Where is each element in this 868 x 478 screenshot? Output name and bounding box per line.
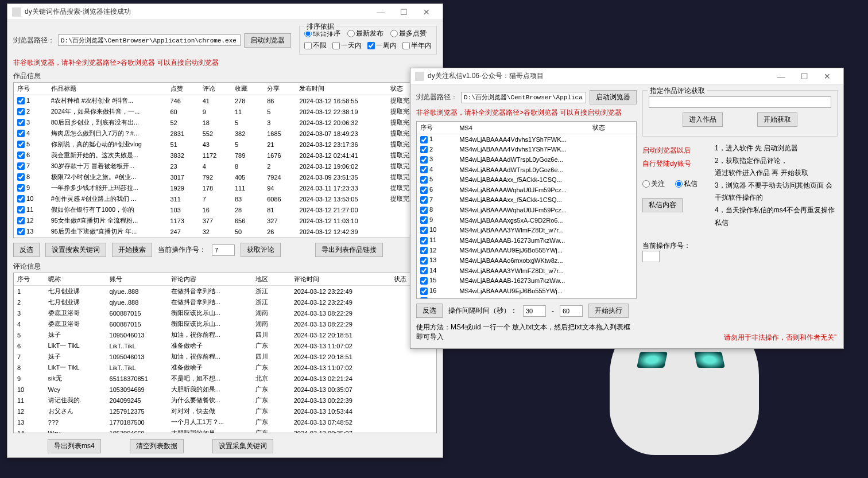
- table-row[interactable]: 6我会重新开始的。这次失败是...3832117278916762024-03-…: [14, 150, 436, 161]
- row-checkbox[interactable]: [420, 297, 428, 299]
- table-row[interactable]: 2MS4wLjABAAAA4Vdvhs1YSh7FWK...: [417, 145, 636, 155]
- export-ms4-button[interactable]: 导出列表ms4: [48, 439, 101, 453]
- table-row[interactable]: 13???1770187500一个月人工1万？...广东2024-03-13 0…: [14, 417, 436, 428]
- enter-work-button[interactable]: 进入作品: [683, 112, 723, 127]
- time-filter[interactable]: 不限: [304, 41, 327, 50]
- row-checkbox[interactable]: [420, 146, 428, 153]
- table-row[interactable]: 7妹子1095046013加油，祝你前程...四川2024-03-12 20:1…: [14, 351, 436, 362]
- table-row[interactable]: 1#农村种植 #农村创业 #抖音...74641278862024-03-12 …: [14, 95, 436, 107]
- ms4-table-wrap[interactable]: 序号MS4状态 1MS4wLjABAAAA4Vdvhs1YSh7FWK... 2…: [416, 121, 637, 299]
- table-row[interactable]: 13MS4wLjABAAAAo6mxotxgWKtw8z...: [417, 255, 636, 266]
- column-header[interactable]: 评论内容: [168, 273, 252, 286]
- table-row[interactable]: 730岁存款十万 冒着被老板开...234822024-03-12 19:06:…: [14, 161, 436, 172]
- current-seq-input[interactable]: [212, 244, 235, 256]
- close-button[interactable]: ✕: [415, 5, 438, 20]
- row-checkbox[interactable]: [17, 217, 25, 224]
- row-checkbox[interactable]: [420, 277, 428, 285]
- row-checkbox[interactable]: [420, 247, 428, 254]
- start-execute-button[interactable]: 开始执行: [588, 304, 629, 318]
- table-row[interactable]: 1MS4wLjABAAAA4Vdvhs1YSh7FWK...: [417, 134, 636, 145]
- table-row[interactable]: 1七月创业课qiyue..888在做抖音拿到结...浙江2024-03-12 2…: [14, 286, 436, 297]
- start-fetch-button[interactable]: 开始获取: [757, 112, 797, 127]
- table-row[interactable]: 9sik无65118370851不是吧，姐不想...北京2024-03-13 0…: [14, 373, 436, 384]
- column-header[interactable]: 评论: [199, 83, 231, 95]
- current-seq-input[interactable]: [642, 251, 660, 262]
- table-row[interactable]: 7MS4wLjABAAAAxx_f5ACkk-1CSQ...: [417, 195, 636, 205]
- row-checkbox[interactable]: [420, 186, 428, 194]
- table-row[interactable]: 14你觉得巫哥说的对不对 #创业...1514023192024-03-12 1…: [14, 237, 436, 238]
- table-row[interactable]: 14Wcy1053094669大胆听我的如果...广东2024-03-13 00…: [14, 428, 436, 433]
- invert-selection-button[interactable]: 反选: [13, 243, 40, 257]
- table-row[interactable]: 14MS4wLjABAAAA3YWlmFZ8Dt_w7r...: [417, 266, 636, 276]
- table-row[interactable]: 8MS4wLjABAAAAWqhaU0JFm59Pcz...: [417, 205, 636, 215]
- invert-selection-button[interactable]: 反选: [416, 304, 443, 318]
- maximize-button[interactable]: ☐: [793, 69, 816, 84]
- radio-follow[interactable]: 关注: [642, 179, 665, 189]
- table-row[interactable]: 4娄底卫浴哥600887015衡阳应该比乐山...湖南2024-03-13 08…: [14, 318, 436, 329]
- table-row[interactable]: 1395后男生下班做*直播切片 年...2473250262024-03-12 …: [14, 226, 436, 237]
- table-row[interactable]: 16MS4wLjABAAAAU9EjJ6Bo555YWj...: [417, 286, 636, 296]
- table-row[interactable]: 380后回乡创业，到底有没有出...5218532024-03-12 20:06…: [14, 117, 436, 128]
- table-row[interactable]: 4烤肉店怎么做到日入7万的？#...283155238216852024-03-…: [14, 128, 436, 139]
- row-checkbox[interactable]: [17, 195, 25, 203]
- column-header[interactable]: 地区: [252, 273, 290, 286]
- row-checkbox[interactable]: [420, 207, 428, 214]
- table-row[interactable]: 5妹子1095046013加油，祝你前程...四川2024-03-12 20:1…: [14, 329, 436, 340]
- table-row[interactable]: 5你别说，真的挺心动的#创业vlog51435212024-03-12 23:1…: [14, 139, 436, 150]
- table-row[interactable]: 9MS4wLjABAAAAxgs5xA-C9D2Ro6...: [417, 215, 636, 226]
- browser-path-input[interactable]: [58, 34, 241, 46]
- row-checkbox[interactable]: [420, 166, 428, 173]
- table-row[interactable]: 3MS4wLjABAAAAdWTrspL0yGoz6e...: [417, 154, 636, 165]
- table-row[interactable]: 1295女生做#直播切片 全流程粉...11733776563272024-03…: [14, 215, 436, 226]
- start-search-button[interactable]: 开始搜索: [112, 243, 152, 257]
- row-checkbox[interactable]: [420, 227, 428, 234]
- table-row[interactable]: 8LikT一 TikLLikT..TikL准备做啥子广东2024-03-13 1…: [14, 362, 436, 373]
- table-row[interactable]: 22024年，如果你来做抖音，一...6091152024-03-12 22:3…: [14, 106, 436, 117]
- column-header[interactable]: 序号: [14, 273, 45, 286]
- row-checkbox[interactable]: [420, 176, 428, 184]
- interval-min-input[interactable]: [523, 305, 546, 317]
- row-checkbox[interactable]: [420, 257, 428, 265]
- table-row[interactable]: 12お父さん1257912375对对对，快去做广东2024-03-13 10:5…: [14, 406, 436, 417]
- table-row[interactable]: 12MS4wLjABAAAAU9EjJ6Bo555YWj...: [417, 246, 636, 256]
- table-row[interactable]: 3娄底卫浴哥600887015衡阳应该比乐山...湖南2024-03-13 08…: [14, 308, 436, 318]
- minimize-button[interactable]: —: [770, 69, 793, 84]
- column-header[interactable]: 发布时间: [296, 83, 387, 95]
- row-checkbox[interactable]: [420, 196, 428, 204]
- set-collect-keyword-button[interactable]: 设置采集关键词: [212, 439, 273, 453]
- works-table-wrap[interactable]: 序号作品标题点赞评论收藏分享发布时间状态 1#农村种植 #农村创业 #抖音...…: [13, 82, 437, 238]
- row-checkbox[interactable]: [17, 108, 25, 115]
- row-checkbox[interactable]: [17, 162, 25, 170]
- time-filter[interactable]: 一天内: [332, 41, 362, 50]
- dm-content-button[interactable]: 私信内容: [642, 198, 683, 212]
- time-filter[interactable]: 半年内: [402, 41, 432, 50]
- row-checkbox[interactable]: [420, 216, 428, 224]
- row-checkbox[interactable]: [17, 141, 25, 148]
- row-checkbox[interactable]: [420, 267, 428, 274]
- table-row[interactable]: 10MS4wLjABAAAA3YWlmFZ8Dt_w7r...: [417, 225, 636, 235]
- minimize-button[interactable]: —: [369, 5, 392, 20]
- browser-path-input[interactable]: [461, 92, 586, 103]
- table-row[interactable]: 6MS4wLjABAAAAWqhaU0JFm59Pcz...: [417, 185, 636, 195]
- row-checkbox[interactable]: [17, 184, 25, 192]
- comments-table-wrap[interactable]: 序号昵称账号评论内容地区评论时间状态 1七月创业课qiyue..888在做抖音拿…: [13, 273, 437, 433]
- column-header[interactable]: 点赞: [167, 83, 199, 95]
- table-row[interactable]: 10#创作灵感 #创业路上的我们 ...31178360862024-03-12…: [14, 193, 436, 204]
- column-header[interactable]: MS4: [456, 122, 589, 134]
- row-checkbox[interactable]: [17, 97, 25, 104]
- row-checkbox[interactable]: [17, 119, 25, 126]
- table-row[interactable]: 15MS4wLjABAAAAB-16273um7kzWw...: [417, 275, 636, 286]
- column-header[interactable]: 序号: [14, 83, 48, 95]
- table-row[interactable]: 11假如你在银行有了1000，你的1031628812024-03-12 21:…: [14, 204, 436, 215]
- row-checkbox[interactable]: [420, 156, 428, 164]
- close-button[interactable]: ✕: [816, 69, 839, 84]
- table-row[interactable]: 2七月创业课qiyue..888在做抖音拿到结...浙江2024-03-12 2…: [14, 297, 436, 308]
- row-checkbox[interactable]: [420, 237, 428, 244]
- row-checkbox[interactable]: [17, 173, 25, 181]
- table-row[interactable]: 6LikT一 TikLLikT..TikL准备做啥子广东2024-03-13 1…: [14, 340, 436, 351]
- get-comments-button[interactable]: 获取评论: [241, 243, 281, 257]
- table-row[interactable]: 10Wcy1053094669大胆听我的如果...广东2024-03-13 00…: [14, 384, 436, 395]
- column-header[interactable]: 序号: [417, 122, 456, 134]
- table-row[interactable]: 17MS4wLjABAAAAo6mxotxgWKtw8z...: [417, 296, 636, 300]
- time-filter[interactable]: 一周内: [367, 41, 397, 50]
